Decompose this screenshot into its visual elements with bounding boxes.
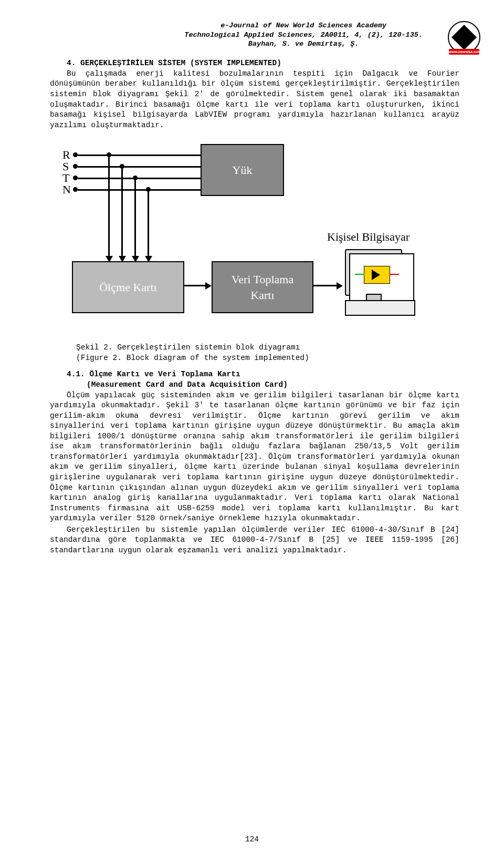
section-4-title: 4. GERÇEKLEŞTİRİLEN SİSTEM (SYSTEM IMPLE… xyxy=(50,58,459,69)
page-number: 124 xyxy=(0,834,504,845)
figure-2-diagram: R S T N Yük Ölçme Kartı xyxy=(60,139,428,338)
subsection-4-1-p1: Ölçüm yapılacak güç sisteminden akım ve … xyxy=(50,390,459,524)
figure-2-caption-line1: Şekil 2. Gerçekleştirilen sistemin blok … xyxy=(50,343,459,353)
veri-toplama-box: Veri Toplama Kartı xyxy=(212,261,313,313)
header-line-1: e-Journal of New World Sciences Academy xyxy=(184,21,423,30)
page-header: e-Journal of New World Sciences Academy … xyxy=(50,21,459,49)
wire-labels: R S T N xyxy=(62,149,71,195)
page: e-Journal of New World Sciences Academy … xyxy=(0,0,504,866)
header-text: e-Journal of New World Sciences Academy … xyxy=(184,21,423,49)
subsection-4-1-title: 4.1. Ölçme Kartı ve Veri Toplama Kartı xyxy=(50,369,459,380)
subsection-4-1-subtitle: (Measurement Card and Data Acquisition C… xyxy=(50,380,459,390)
header-line-3: Bayhan, S. ve Demirtaş, Ş. xyxy=(184,39,423,49)
header-line-2: Technological Applied Sciences, 2A0011, … xyxy=(184,30,423,40)
pc-icon xyxy=(345,249,418,317)
figure-2-caption-line2: (Figure 2. Block diagram of the system i… xyxy=(50,353,459,364)
yuk-box: Yük xyxy=(201,144,284,196)
pc-label: Kişisel Bilgisayar xyxy=(327,229,410,245)
subsection-4-1-p2: Gerçekleştirilen bu sistemle yapılan ölç… xyxy=(50,525,459,556)
olcme-karti-box: Ölçme Kartı xyxy=(72,261,184,313)
logo-url: www.newwsa.com xyxy=(449,49,479,55)
section-4-paragraph: Bu çalışmada enerji kalitesi bozulmaları… xyxy=(50,69,459,130)
journal-logo: www.newwsa.com xyxy=(448,21,480,54)
